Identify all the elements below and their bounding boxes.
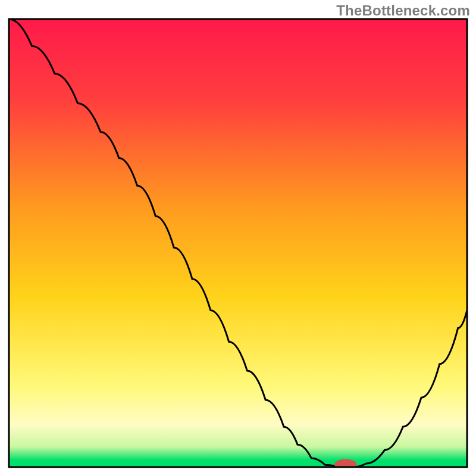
gradient-background [9, 19, 467, 467]
chart-svg [0, 0, 476, 476]
optimal-marker [334, 459, 356, 470]
green-baseline [9, 460, 467, 467]
chart-canvas: TheBottleneck.com [0, 0, 476, 476]
